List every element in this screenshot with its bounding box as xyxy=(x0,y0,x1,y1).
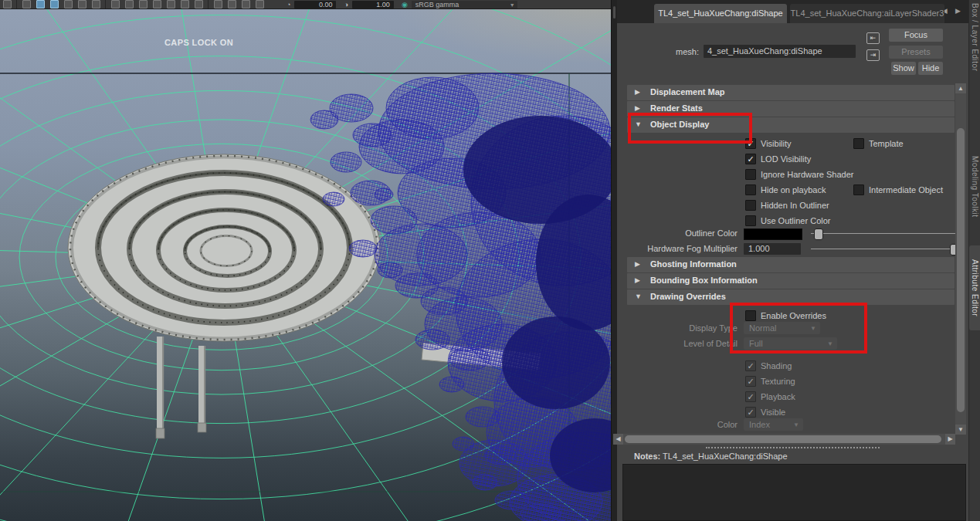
resolution-gate-icon[interactable] xyxy=(139,0,148,8)
safe-title-icon[interactable] xyxy=(195,0,203,8)
checkbox-shading[interactable]: ✓ xyxy=(745,360,756,371)
checkbox-label: Texturing xyxy=(761,377,795,386)
checkbox-label: Intermediate Object xyxy=(869,185,943,195)
checkbox-playback[interactable]: ✓ xyxy=(745,391,756,402)
checkbox-lod-visibility[interactable]: ✓ xyxy=(745,154,756,164)
exposure-field[interactable]: 0.00 xyxy=(294,1,336,8)
film-gate-icon[interactable] xyxy=(125,0,134,8)
scroll-down-icon[interactable]: ▼ xyxy=(955,425,966,435)
checkbox-label: Visibility xyxy=(761,139,792,148)
hide-button[interactable]: Hide xyxy=(918,62,943,75)
attribute-row-outliner-color: Outliner Color xyxy=(627,226,955,242)
checkbox-group: Hidden In Outliner xyxy=(745,198,829,211)
checkbox-hide-on-playback[interactable] xyxy=(745,184,756,195)
wireframe-on-shaded-icon[interactable] xyxy=(242,0,250,8)
view-transform-dropdown[interactable]: sRGB gamma ▼ xyxy=(412,1,517,8)
checkbox-group: ✓LOD Visibility xyxy=(745,151,811,165)
checkbox-use-outliner-color[interactable] xyxy=(745,215,756,226)
checkbox-texturing[interactable]: ✓ xyxy=(745,376,756,387)
color-management-icon[interactable]: ◉ xyxy=(402,1,408,8)
viewport-toolbar: ◔ 0.00 ◑ 1.00 ◉ sRGB gamma ▼ xyxy=(0,0,611,9)
scroll-left-icon[interactable]: ◀ xyxy=(613,434,623,445)
xray-icon[interactable] xyxy=(228,0,236,8)
section-header-ghosting-information[interactable]: ▶Ghosting Information xyxy=(627,257,955,272)
camera-attributes-icon[interactable] xyxy=(36,0,45,8)
chevron-right-icon: ▶ xyxy=(635,88,640,96)
isolate-select-icon[interactable] xyxy=(214,0,222,8)
exposure-icon[interactable]: ◔ xyxy=(287,1,290,8)
field-chart-icon[interactable] xyxy=(167,0,175,8)
dropdown-color[interactable]: Index▼ xyxy=(744,418,803,431)
notes-splitter-handle[interactable] xyxy=(706,447,880,448)
attribute-label: Color xyxy=(627,420,738,429)
checkbox-label: Visible xyxy=(761,408,785,417)
bookmark-icon[interactable] xyxy=(50,0,59,8)
ae-tab-2[interactable]: TL4_set_HuaXueChang:aiLayerShader3 xyxy=(790,4,944,23)
checkbox-intermediate-object[interactable] xyxy=(853,184,864,195)
scroll-right-icon[interactable]: ▶ xyxy=(945,434,955,445)
select-camera-icon[interactable] xyxy=(3,0,12,8)
attribute-row-hardware-fog-multiplier: Hardware Fog Multiplier1.000 xyxy=(627,242,955,257)
checkbox-group: Hide on playback xyxy=(745,182,826,196)
side-tab-channel-box-layer-editor[interactable]: Channel Box / Layer Editor xyxy=(969,0,980,85)
checkbox-group: Intermediate Object xyxy=(853,182,943,196)
oversampling-icon[interactable] xyxy=(92,0,100,8)
tab-scroll-arrows[interactable]: ◀ ▶ xyxy=(942,7,964,15)
notes-field[interactable] xyxy=(622,464,966,521)
chevron-down-icon: ▼ xyxy=(635,293,642,300)
checkbox-hidden-in-outliner[interactable] xyxy=(745,200,756,211)
grid-icon[interactable] xyxy=(111,0,120,8)
default-material-icon[interactable] xyxy=(256,0,264,8)
checkbox-label: Hide on playback xyxy=(761,185,826,195)
2d-pan-zoom-icon[interactable] xyxy=(78,0,86,8)
ae-tab-1[interactable]: TL4_set_HuaXueChang:diShape xyxy=(654,4,787,23)
annotation-box-object-display xyxy=(628,113,752,144)
viewport-3d[interactable]: ◔ 0.00 ◑ 1.00 ◉ sRGB gamma ▼ CAPS LOCK O… xyxy=(0,0,611,521)
section-label: Displacement Map xyxy=(650,87,725,96)
chevron-down-icon: ▼ xyxy=(510,2,515,9)
attribute-row-ignore-hardware-shader: Ignore Hardware Shader xyxy=(627,164,955,180)
gamma-field[interactable]: 1.00 xyxy=(352,1,394,8)
attribute-editor-tabbar: ◀ ▶ TL4_set_HuaXueChang:diShapeTL4_set_H… xyxy=(617,0,968,23)
section-label: Ghosting Information xyxy=(650,259,737,269)
viewport-scene xyxy=(0,0,611,521)
attribute-label: Outliner Color xyxy=(627,228,738,238)
dropdown-value: Index xyxy=(749,420,770,429)
color-swatch[interactable] xyxy=(744,228,802,240)
checkbox-group: Use Outliner Color xyxy=(745,213,830,227)
gamma-icon[interactable]: ◑ xyxy=(344,1,348,8)
checkbox-ignore-hardware-shader[interactable] xyxy=(745,169,756,180)
value-field[interactable]: 1.000 xyxy=(744,243,801,255)
focus-button[interactable]: Focus xyxy=(889,29,943,42)
view-transform-value: sRGB gamma xyxy=(415,1,459,8)
horizontal-scrollbar[interactable]: ◀ ▶ xyxy=(613,434,955,445)
lock-camera-icon[interactable] xyxy=(22,0,31,8)
show-button[interactable]: Show xyxy=(891,62,916,75)
section-header-bounding-box-information[interactable]: ▶Bounding Box Information xyxy=(627,273,955,289)
platform-leg xyxy=(198,346,206,432)
horizontal-scroll-handle[interactable] xyxy=(625,435,941,443)
slider-handle[interactable] xyxy=(814,228,823,240)
checkbox-group: Template xyxy=(853,136,904,150)
safe-action-icon[interactable] xyxy=(181,0,189,8)
maya-application-window: { "colors": { "annotation_red": "#dd1414… xyxy=(0,0,980,521)
side-tab-attribute-editor[interactable]: Attribute Editor xyxy=(969,245,980,330)
checkbox-template[interactable] xyxy=(853,138,864,149)
output-connection-icon[interactable]: ⇥ xyxy=(866,49,880,61)
mesh-name-field[interactable]: 4_set_HuaXueChang:diShape xyxy=(704,45,856,58)
section-header-displacement-map[interactable]: ▶Displacement Map xyxy=(627,85,955,100)
gate-mask-icon[interactable] xyxy=(153,0,161,8)
scroll-up-icon[interactable]: ▲ xyxy=(955,83,966,93)
vertical-scroll-handle[interactable] xyxy=(957,128,965,412)
platform-leg xyxy=(156,337,164,438)
presets-button[interactable]: Presets xyxy=(889,46,943,59)
checkbox-visible[interactable]: ✓ xyxy=(745,407,756,418)
slider-track xyxy=(811,233,958,234)
attribute-row-playback: ✓Playback xyxy=(627,387,955,402)
vertical-scrollbar[interactable]: ▲ ▼ xyxy=(955,83,966,435)
input-connection-icon[interactable]: ⇤ xyxy=(866,32,880,44)
chevron-down-icon: ▼ xyxy=(793,419,799,431)
image-plane-icon[interactable] xyxy=(64,0,73,8)
checkbox-label: Use Outliner Color xyxy=(761,216,830,225)
side-tab-modeling-toolkit[interactable]: Modeling Toolkit xyxy=(969,144,980,230)
